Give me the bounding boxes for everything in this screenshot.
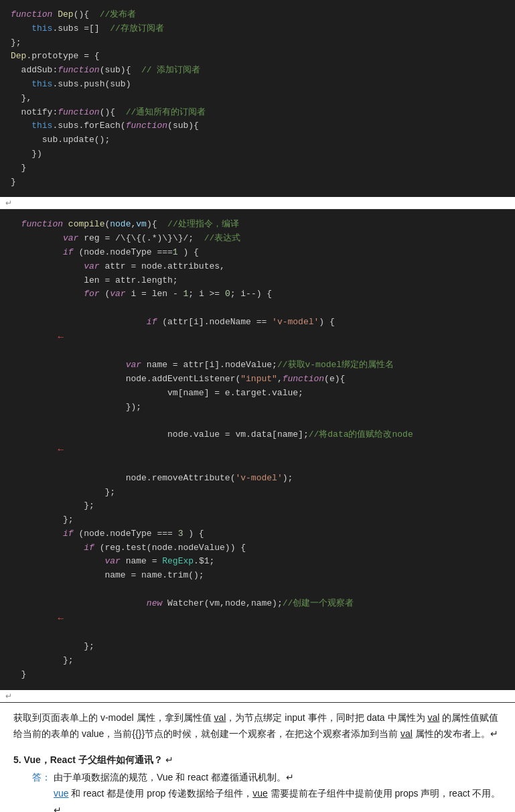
code-line: }, [11, 92, 504, 106]
text-content: 获取到页面表单上的 v-model 属性，拿到属性值 val，为节点绑定 inp… [0, 703, 515, 750]
code-line: var name = RegExp.$1; [11, 555, 504, 569]
code-line: }; [11, 36, 504, 50]
code-line: } [11, 161, 504, 176]
code-line: name = name.trim(); [11, 569, 504, 583]
return-mark-2: ↵ [0, 690, 515, 702]
code-block-2-wrapper: function compile(node,vm){ //处理指令，编译 var… [0, 210, 515, 702]
answer-line-2: vue 和 react 都是使用 prop 传递数据给子组件，vue 需要提前在… [32, 785, 502, 812]
code-block-1-wrapper: function Dep(){ //发布者 this.subs =[] //存放… [0, 0, 515, 210]
code-line: var name = attr[i].nodeValue;//获取v-model… [11, 358, 504, 373]
page-container: function Dep(){ //发布者 this.subs =[] //存放… [0, 0, 515, 812]
underline-val-3: val [400, 728, 413, 739]
code-line: node.addEventListener("input",function(e… [11, 373, 504, 387]
code-line: if (reg.test(node.nodeValue)) { [11, 541, 504, 555]
code-line: if (node.nodeType ===1 ) { [11, 246, 504, 260]
question-5: 5. Vue，React 子父组件如何通讯？ ↵ [0, 750, 515, 768]
code-line: var attr = node.attributes, [11, 260, 504, 274]
code-line: addSub:function(sub){ // 添加订阅者 [11, 64, 504, 78]
code-line: function Dep(){ //发布者 [11, 8, 504, 22]
code-line: if (node.nodeType === 3 ) { [11, 527, 504, 541]
code-line: }; [11, 640, 504, 654]
code-line: }) [11, 147, 504, 161]
code-line: node.value = vm.data[name];//将data的值赋给改n… [11, 415, 504, 472]
answer-block-5: 答： 由于单项数据流的规范，Vue 和 react 都遵循通讯机制。↵ vue … [0, 768, 515, 812]
vue-link-2: vue [252, 788, 268, 799]
question-5-arrow: ↵ [165, 754, 173, 765]
underline-val-1: val [214, 712, 226, 723]
answer-intro-text: 由于单项数据流的规范，Vue 和 react 都遵循通讯机制。↵ [54, 772, 294, 783]
code-line: var reg = /\{\{(.*)\}\}/; //表达式 [11, 232, 504, 246]
code-line: } [11, 176, 504, 190]
answer-line-intro: 答： 由于单项数据流的规范，Vue 和 react 都遵循通讯机制。↵ [32, 769, 502, 786]
code-line: }; [11, 513, 504, 527]
answer-label: 答： [32, 772, 51, 783]
code-line: Dep.prototype = { [11, 50, 504, 64]
code-line: }; [11, 499, 504, 513]
code-line: for (var i = len - 1; i >= 0; i--) { [11, 287, 504, 301]
paragraph-1: 获取到页面表单上的 v-model 属性，拿到属性值 val，为节点绑定 inp… [13, 709, 502, 742]
question-5-text: 5. Vue，React 子父组件如何通讯？ ↵ [13, 754, 502, 766]
code-line: }); [11, 401, 504, 415]
code-line: new Watcher(vm,node,name);//创建一个观察者 ← [11, 583, 504, 640]
code-block-1: function Dep(){ //发布者 this.subs =[] //存放… [0, 0, 515, 197]
vue-link-1: vue [54, 788, 69, 799]
code-line: notify:function(){ //通知所有的订阅者 [11, 106, 504, 120]
code-line: this.subs.forEach(function(sub){ [11, 119, 504, 133]
code-line: }; [11, 654, 504, 668]
code-line: }; [11, 486, 504, 500]
code-line: len = attr.length; [11, 274, 504, 288]
code-line: } [11, 668, 504, 682]
answer-line-2-text: 和 react 都是使用 prop 传递数据给子组件，vue 需要提前在子组件中… [54, 788, 500, 812]
question-5-label: 5. Vue，React 子父组件如何通讯？ [13, 754, 163, 765]
code-line: if (attr[i].nodeName == 'v-model') { ← [11, 301, 504, 358]
code-line: this.subs.push(sub) [11, 78, 504, 92]
code-line: sub.update(); [11, 133, 504, 147]
code-line: node.removeAttribute('v-model'); [11, 472, 504, 486]
underline-val-2: val [427, 712, 439, 723]
code-line: function compile(node,vm){ //处理指令，编译 [11, 218, 504, 232]
code-line: this.subs =[] //存放订阅者 [11, 22, 504, 36]
return-mark-1: ↵ [0, 197, 515, 209]
code-line: vm[name] = e.target.value; [11, 387, 504, 401]
code-block-2: function compile(node,vm){ //处理指令，编译 var… [0, 210, 515, 689]
